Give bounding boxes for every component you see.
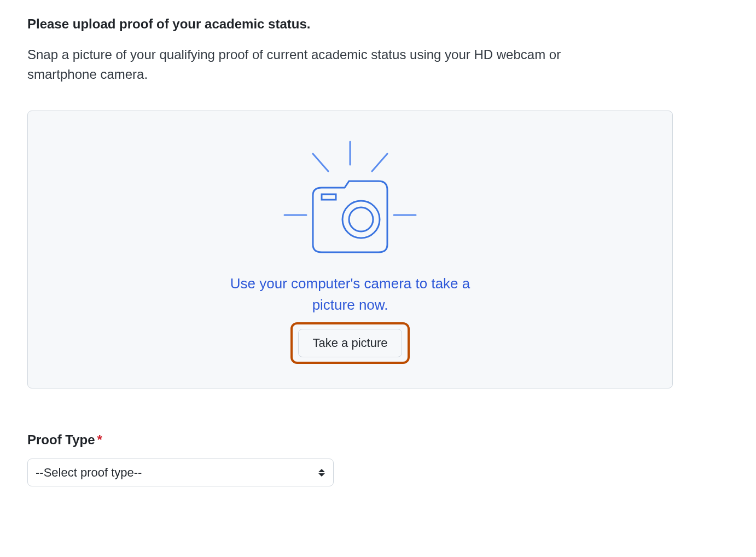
proof-type-label: Proof Type [27, 432, 95, 447]
svg-line-1 [313, 154, 328, 171]
svg-line-2 [372, 154, 387, 171]
proof-type-section: Proof Type* --Select proof type-- [27, 432, 729, 486]
camera-prompt-text: Use your computer's camera to take a pic… [213, 273, 487, 316]
take-picture-highlight: Take a picture [290, 322, 410, 364]
proof-type-select-wrap: --Select proof type-- [27, 459, 334, 486]
svg-point-7 [349, 207, 373, 231]
proof-type-select[interactable]: --Select proof type-- [27, 459, 334, 486]
svg-point-6 [342, 201, 380, 238]
upload-description: Snap a picture of your qualifying proof … [27, 45, 629, 84]
required-indicator: * [97, 432, 102, 447]
camera-icon [252, 137, 449, 260]
upload-heading: Please upload proof of your academic sta… [27, 16, 729, 32]
svg-rect-5 [322, 194, 336, 200]
take-a-picture-button[interactable]: Take a picture [298, 329, 403, 357]
upload-panel: Use your computer's camera to take a pic… [27, 111, 673, 388]
